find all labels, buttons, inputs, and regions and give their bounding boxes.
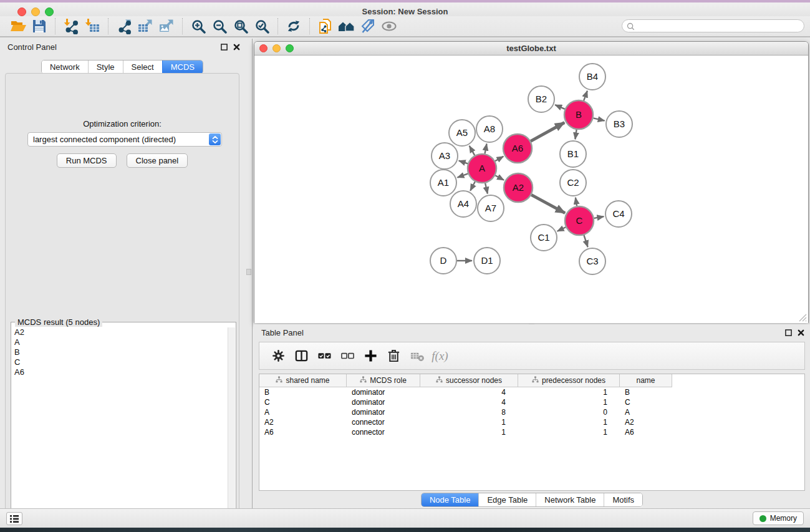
graph-edge-A-A7[interactable] [485, 183, 488, 193]
graph-node-label: C1 [538, 232, 549, 243]
graph-edge-A-A6[interactable] [495, 157, 503, 162]
save-session-button[interactable] [29, 17, 50, 36]
column-header-MCDS-role[interactable]: MCDS role [347, 374, 420, 387]
mcds-result-item[interactable]: A2 [12, 327, 227, 337]
show-graphics-details-button[interactable] [378, 17, 400, 36]
function-builder-button[interactable]: f(x) [428, 345, 451, 367]
mcds-list-scrollbar[interactable] [228, 327, 235, 532]
close-panel-button[interactable]: Close panel [127, 153, 188, 168]
table-row[interactable]: Adominator80A [259, 407, 804, 417]
search-icon [627, 22, 635, 33]
table-row[interactable]: A2connector11A2 [259, 417, 804, 427]
float-panel-icon[interactable] [219, 42, 228, 51]
export-image-button[interactable] [156, 17, 177, 36]
tab-style[interactable]: Style [88, 60, 123, 74]
table-row[interactable]: Cdominator41C [259, 397, 804, 407]
graph-edge-A-A4[interactable] [470, 181, 475, 191]
graph-edge-A6-B[interactable] [531, 123, 564, 142]
graph-edge-B-B3[interactable] [593, 118, 604, 120]
graph-edge-C-C1[interactable] [557, 227, 566, 231]
graph-edge-C-C2[interactable] [576, 198, 577, 206]
select-all-button[interactable] [313, 345, 336, 367]
network-window-titlebar[interactable]: testGlobe.txt [254, 42, 808, 56]
zoom-in-button[interactable] [188, 17, 209, 36]
mcds-result-item[interactable]: C [12, 357, 227, 367]
refresh-button[interactable] [283, 17, 304, 36]
graph-edge-B-B4[interactable] [584, 91, 587, 101]
table-cell: 1 [518, 387, 620, 397]
application-window: Session: New Session Control Panel Netwo… [0, 0, 810, 532]
table-cell: 1 [420, 417, 518, 427]
splitter-grip[interactable] [246, 269, 251, 275]
table-tab-edge-table[interactable]: Edge Table [478, 493, 536, 506]
show-columns-button[interactable] [290, 345, 313, 367]
table-settings-button[interactable] [267, 345, 290, 367]
tab-mcds[interactable]: MCDS [162, 60, 203, 74]
add-column-button[interactable] [359, 345, 382, 367]
resize-grip-icon[interactable] [798, 312, 807, 322]
graph-node-label: A3 [439, 150, 450, 161]
delete-table-button[interactable] [405, 345, 428, 367]
table-tab-motifs[interactable]: Motifs [604, 493, 642, 506]
column-header-predecessor-nodes[interactable]: predecessor nodes [518, 374, 620, 387]
mcds-result-item[interactable]: B [12, 347, 227, 357]
column-header-label: shared name [286, 376, 329, 385]
table-cell: 4 [420, 387, 518, 397]
graph-edge-B-B2[interactable] [555, 105, 565, 109]
zoom-fit-button[interactable] [230, 17, 251, 36]
open-file-button[interactable] [7, 17, 29, 36]
memory-status-dot [759, 515, 766, 522]
table-row[interactable]: A6connector11A6 [259, 427, 804, 437]
toolbar-separator [55, 18, 55, 34]
graph-edge-A-A3[interactable] [459, 161, 468, 164]
graph-node-label: D1 [481, 255, 493, 266]
tab-network[interactable]: Network [42, 60, 88, 74]
graph-edge-A-A5[interactable] [470, 146, 475, 155]
column-header-successor-nodes[interactable]: successor nodes [420, 374, 518, 387]
graph-edge-C-C3[interactable] [584, 235, 587, 247]
table-cell: dominator [347, 397, 420, 407]
table-cell: 8 [420, 407, 518, 417]
delete-column-button[interactable] [382, 345, 405, 367]
mcds-result-item[interactable]: A6 [12, 367, 227, 377]
column-type-icon [436, 376, 443, 385]
close-table-panel-icon[interactable] [796, 328, 805, 337]
hide-labels-button[interactable] [357, 17, 378, 36]
graph-node-label: B [576, 109, 582, 120]
column-header-shared-name[interactable]: shared name [259, 374, 347, 387]
vertical-splitter[interactable] [244, 39, 253, 508]
tab-select[interactable]: Select [123, 60, 162, 74]
graph-edge-A-A1[interactable] [458, 173, 468, 177]
close-panel-icon[interactable] [232, 42, 241, 51]
network-window-title: testGlobe.txt [254, 42, 808, 56]
column-header-name[interactable]: name [620, 374, 672, 387]
table-tab-network-table[interactable]: Network Table [536, 493, 604, 506]
zoom-selected-button[interactable] [251, 17, 272, 36]
optimization-criterion-dropdown[interactable]: largest connected component (directed) [27, 132, 222, 147]
toolbar-separator [182, 18, 183, 34]
graph-edge-A2-C[interactable] [531, 195, 565, 213]
zoom-out-button[interactable] [209, 17, 230, 36]
first-neighbors-button[interactable] [336, 17, 357, 36]
export-network-button[interactable] [113, 17, 135, 36]
graph-edge-B-B1[interactable] [575, 130, 576, 139]
graph-edge-A-A8[interactable] [485, 144, 486, 154]
deselect-all-button[interactable] [336, 345, 359, 367]
graph-edge-A-A2[interactable] [495, 175, 504, 180]
table-cell: A2 [620, 417, 672, 427]
table-tab-node-table[interactable]: Node Table [422, 493, 479, 506]
network-canvas[interactable]: B4B2BB3A8A5A6B1A3AA1C2A2A4A7C4CC1C3DD1 [254, 56, 808, 323]
duplicate-network-button[interactable] [315, 17, 336, 36]
float-table-panel-icon[interactable] [784, 328, 793, 337]
import-table-button[interactable] [82, 17, 103, 36]
export-table-button[interactable] [135, 17, 156, 36]
run-mcds-button[interactable]: Run MCDS [57, 153, 117, 168]
import-network-button[interactable] [60, 17, 82, 36]
task-history-button[interactable] [6, 512, 22, 525]
search-input[interactable] [622, 19, 804, 32]
memory-button[interactable]: Memory [753, 511, 804, 525]
mcds-result-item[interactable]: A [12, 337, 227, 347]
table-cell: connector [347, 427, 420, 437]
table-row[interactable]: Bdominator41B [259, 387, 804, 397]
graph-edge-C-C4[interactable] [594, 216, 604, 218]
